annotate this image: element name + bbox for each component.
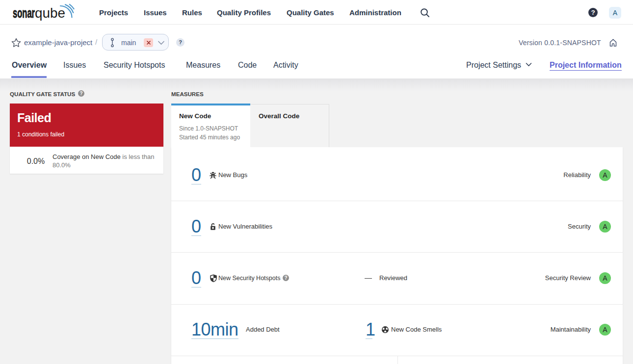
svg-text:sonar: sonar [13,5,35,21]
svg-text:qube: qube [35,5,65,21]
